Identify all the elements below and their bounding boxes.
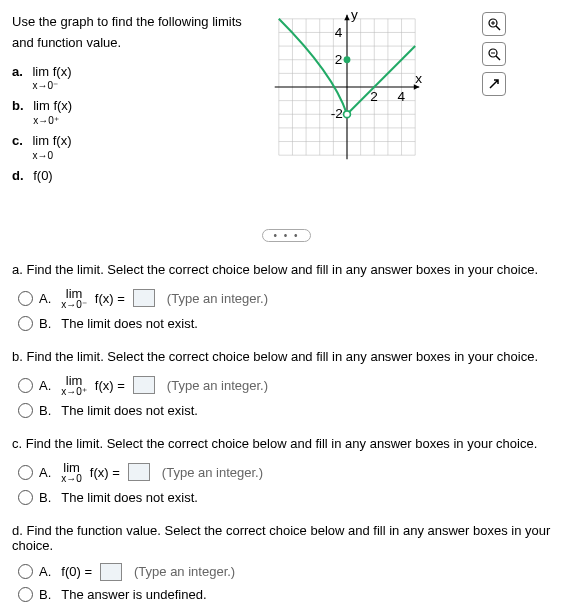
qc-radio-a[interactable] (18, 465, 33, 480)
zoom-in-icon[interactable] (482, 12, 506, 36)
part-c-expr: lim f(x) x→0 (32, 131, 71, 164)
qa-radio-a[interactable] (18, 291, 33, 306)
svg-text:-2: -2 (331, 106, 343, 121)
qc-prompt: c. Find the limit. Select the correct ch… (12, 436, 561, 451)
svg-text:4: 4 (397, 89, 405, 104)
qb-radio-b[interactable] (18, 403, 33, 418)
graph-svg: y x 4 2 -2 2 4 (262, 12, 432, 162)
part-b-expr: lim f(x) x→0⁺ (33, 96, 72, 129)
qb-input[interactable] (133, 376, 155, 394)
part-d-label: d. (12, 168, 24, 183)
qb-prompt: b. Find the limit. Select the correct ch… (12, 349, 561, 364)
part-c-label: c. (12, 133, 23, 148)
svg-text:x: x (415, 71, 422, 86)
svg-line-34 (496, 26, 500, 30)
qd-radio-a[interactable] (18, 564, 33, 579)
svg-point-25 (344, 56, 351, 63)
svg-text:2: 2 (335, 52, 343, 67)
svg-text:y: y (351, 12, 358, 22)
svg-line-38 (496, 56, 500, 60)
svg-marker-23 (344, 15, 349, 20)
qc-input[interactable] (128, 463, 150, 481)
continue-indicator[interactable]: • • • (12, 229, 561, 242)
qd-prompt: d. Find the function value. Select the c… (12, 523, 561, 553)
intro-text: Use the graph to find the following limi… (12, 12, 242, 54)
zoom-out-icon[interactable] (482, 42, 506, 66)
part-a-label: a. (12, 64, 23, 79)
qa-radio-b[interactable] (18, 316, 33, 331)
qb-radio-a[interactable] (18, 378, 33, 393)
qa-prompt: a. Find the limit. Select the correct ch… (12, 262, 561, 277)
part-d-expr: f(0) (33, 168, 53, 183)
part-a-expr: lim f(x) x→0⁻ (32, 62, 71, 95)
part-b-label: b. (12, 98, 24, 113)
problem-statement: Use the graph to find the following limi… (12, 12, 242, 189)
popout-icon[interactable] (482, 72, 506, 96)
graph: y x 4 2 -2 2 4 (262, 12, 462, 189)
qc-radio-b[interactable] (18, 490, 33, 505)
svg-point-24 (344, 111, 351, 118)
qa-input[interactable] (133, 289, 155, 307)
svg-text:2: 2 (370, 89, 378, 104)
svg-text:4: 4 (335, 25, 343, 40)
qd-input[interactable] (100, 563, 122, 581)
qd-radio-b[interactable] (18, 587, 33, 602)
